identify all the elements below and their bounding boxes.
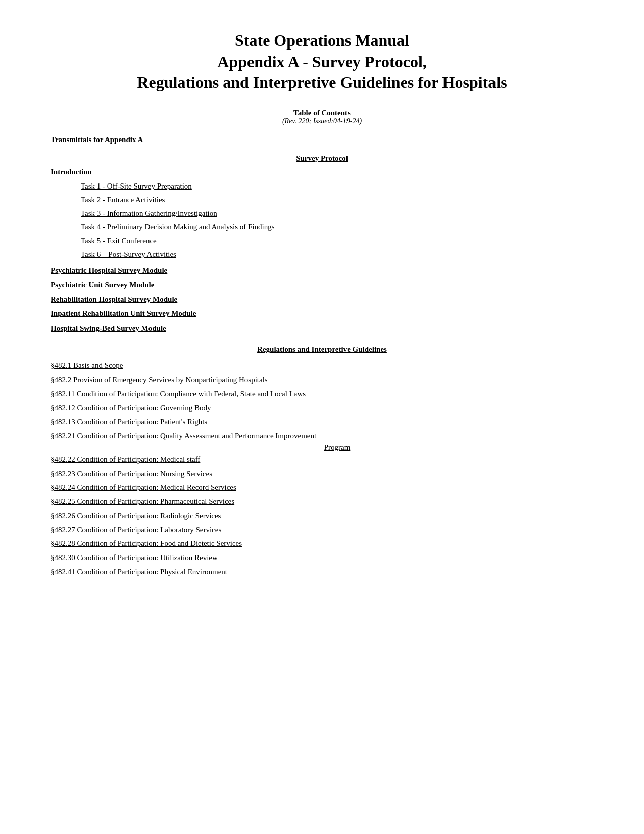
task-item-3[interactable]: Task 3 - Information Gathering/Investiga…: [81, 207, 593, 220]
toc-title: Table of Contents: [51, 109, 593, 117]
toc-header: Table of Contents (Rev. 220; Issued:04-1…: [51, 109, 593, 125]
main-title: State Operations Manual Appendix A - Sur…: [51, 30, 593, 94]
toc-rev: (Rev. 220; Issued:04-19-24): [51, 117, 593, 125]
reg-item-8[interactable]: §482.24 Condition of Participation: Medi…: [51, 481, 593, 495]
transmittals-section: Transmittals for Appendix A: [51, 135, 593, 144]
regulations-title: Regulations and Interpretive Guidelines: [257, 345, 387, 353]
reg-item-1[interactable]: §482.2 Provision of Emergency Services b…: [51, 373, 593, 387]
regulations-section-title: Regulations and Interpretive Guidelines: [51, 345, 593, 354]
module-item-4[interactable]: Inpatient Rehabilitation Unit Survey Mod…: [51, 306, 593, 321]
reg-item-7[interactable]: §482.23 Condition of Participation: Nurs…: [51, 467, 593, 481]
task-item-5[interactable]: Task 5 - Exit Conference: [81, 234, 593, 248]
task-item-1[interactable]: Task 1 - Off-Site Survey Preparation: [81, 179, 593, 193]
reg-item-5[interactable]: §482.21 Condition of Participation: Qual…: [51, 429, 593, 443]
module-item-5[interactable]: Hospital Swing-Bed Survey Module: [51, 321, 593, 336]
reg-item-5-continuation: Program: [51, 443, 593, 452]
introduction-section: Introduction Task 1 - Off-Site Survey Pr…: [51, 168, 593, 261]
task-list: Task 1 - Off-Site Survey Preparation Tas…: [81, 179, 593, 261]
reg-item-5-block: §482.21 Condition of Participation: Qual…: [51, 429, 593, 452]
task-item-2[interactable]: Task 2 - Entrance Activities: [81, 193, 593, 207]
page-header: State Operations Manual Appendix A - Sur…: [51, 30, 593, 94]
reg-item-14[interactable]: §482.41 Condition of Participation: Phys…: [51, 565, 593, 579]
transmittals-link[interactable]: Transmittals for Appendix A: [51, 135, 143, 144]
survey-protocol-section: Survey Protocol: [51, 154, 593, 163]
module-item-2[interactable]: Psychiatric Unit Survey Module: [51, 277, 593, 292]
module-item-1[interactable]: Psychiatric Hospital Survey Module: [51, 263, 593, 278]
reg-item-6[interactable]: §482.22 Condition of Participation: Medi…: [51, 453, 593, 467]
regulations-list: §482.1 Basis and Scope §482.2 Provision …: [51, 359, 593, 579]
reg-item-13[interactable]: §482.30 Condition of Participation: Util…: [51, 551, 593, 565]
reg-item-11[interactable]: §482.27 Condition of Participation: Labo…: [51, 523, 593, 537]
reg-item-12[interactable]: §482.28 Condition of Participation: Food…: [51, 537, 593, 551]
reg-item-2[interactable]: §482.11 Condition of Participation: Comp…: [51, 387, 593, 401]
modules-section: Psychiatric Hospital Survey Module Psych…: [51, 263, 593, 336]
reg-item-9[interactable]: §482.25 Condition of Participation: Phar…: [51, 495, 593, 509]
introduction-label: Introduction: [51, 168, 593, 176]
reg-item-3[interactable]: §482.12 Condition of Participation: Gove…: [51, 401, 593, 415]
module-item-3[interactable]: Rehabilitation Hospital Survey Module: [51, 292, 593, 307]
reg-item-0[interactable]: §482.1 Basis and Scope: [51, 359, 593, 373]
survey-protocol-title: Survey Protocol: [296, 154, 348, 162]
task-item-4[interactable]: Task 4 - Preliminary Decision Making and…: [81, 220, 593, 234]
task-item-6[interactable]: Task 6 – Post-Survey Activities: [81, 248, 593, 261]
reg-item-10[interactable]: §482.26 Condition of Participation: Radi…: [51, 509, 593, 523]
reg-item-4[interactable]: §482.13 Condition of Participation: Pati…: [51, 415, 593, 429]
